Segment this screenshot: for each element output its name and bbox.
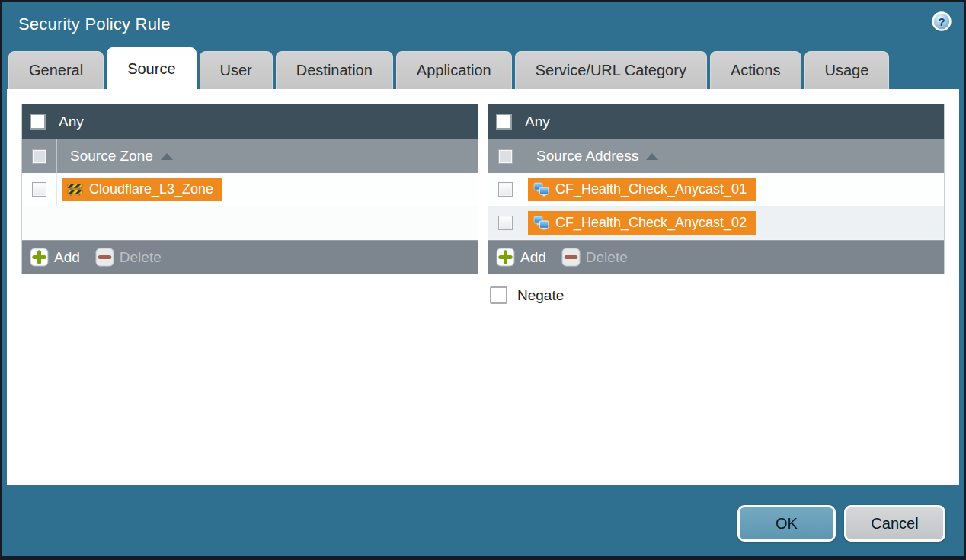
- source-zone-list: Cloudflare_L3_Zone: [22, 173, 478, 240]
- address-icon: [533, 215, 549, 231]
- address-chip-label: CF_Health_Check_Anycast_01: [555, 181, 747, 197]
- tab-general[interactable]: General: [8, 51, 104, 89]
- tab-application[interactable]: Application: [396, 51, 512, 89]
- source-address-any-checkbox[interactable]: [496, 114, 512, 130]
- zone-icon: [67, 181, 83, 197]
- source-zone-column-label: Source Zone: [70, 148, 153, 165]
- source-address-any-header: Any: [488, 104, 944, 139]
- tab-bar: General Source User Destination Applicat…: [2, 46, 964, 89]
- source-zone-any-checkbox[interactable]: [30, 114, 46, 130]
- security-policy-rule-dialog: Security Policy Rule ? General Source Us…: [0, 0, 966, 560]
- source-zone-toolbar: Add Delete: [22, 240, 478, 274]
- sort-ascending-icon: [646, 153, 658, 160]
- negate-checkbox[interactable]: [490, 286, 507, 304]
- add-label: Add: [520, 249, 546, 266]
- source-zone-column-header[interactable]: Source Zone: [22, 139, 478, 173]
- source-tab-content: Any Source Zone: [7, 89, 959, 485]
- address-icon: [533, 181, 549, 197]
- tab-user[interactable]: User: [200, 51, 273, 89]
- plus-icon: [30, 248, 49, 267]
- table-row: CF_Health_Check_Anycast_01: [488, 173, 944, 206]
- ok-button[interactable]: OK: [737, 505, 836, 542]
- cancel-button[interactable]: Cancel: [844, 505, 945, 542]
- source-address-select-all-checkbox[interactable]: [498, 149, 513, 164]
- source-zone-select-all-checkbox[interactable]: [32, 149, 46, 164]
- source-address-list: CF_Health_Check_Anycast_01: [488, 173, 944, 240]
- minus-icon: [561, 248, 581, 267]
- add-button[interactable]: Add: [496, 248, 546, 267]
- svg-text:?: ?: [938, 15, 945, 28]
- zone-chip-label: Cloudflare_L3_Zone: [89, 181, 213, 197]
- help-icon[interactable]: ?: [931, 11, 952, 32]
- table-row: CF_Health_Check_Anycast_02: [488, 206, 944, 240]
- delete-button[interactable]: Delete: [561, 248, 628, 267]
- minus-icon: [95, 248, 114, 267]
- tab-actions[interactable]: Actions: [710, 51, 801, 89]
- zone-chip[interactable]: Cloudflare_L3_Zone: [62, 178, 222, 201]
- dialog-title: Security Policy Rule: [18, 14, 171, 34]
- tab-destination[interactable]: Destination: [276, 51, 393, 89]
- source-address-column-header[interactable]: Source Address: [488, 139, 944, 173]
- titlebar: Security Policy Rule ?: [2, 2, 964, 46]
- sort-ascending-icon: [161, 153, 173, 160]
- address-chip-label: CF_Health_Check_Anycast_02: [555, 215, 747, 231]
- dialog-footer: OK Cancel: [737, 505, 945, 542]
- address-chip[interactable]: CF_Health_Check_Anycast_02: [528, 211, 756, 235]
- source-zone-panel: Any Source Zone: [21, 104, 478, 274]
- tab-service-url-category[interactable]: Service/URL Category: [515, 51, 707, 89]
- source-address-panel: Any Source Address: [488, 104, 945, 274]
- negate-label: Negate: [517, 287, 564, 304]
- delete-button[interactable]: Delete: [95, 248, 162, 267]
- table-row: Cloudflare_L3_Zone: [22, 173, 478, 206]
- source-address-column-label: Source Address: [536, 148, 638, 165]
- add-label: Add: [54, 249, 80, 266]
- negate-row: Negate: [490, 286, 959, 304]
- plus-icon: [496, 248, 515, 267]
- tab-source[interactable]: Source: [107, 47, 196, 89]
- add-button[interactable]: Add: [30, 248, 80, 267]
- source-zone-any-label: Any: [59, 114, 84, 130]
- source-zone-any-header: Any: [22, 104, 478, 139]
- delete-label: Delete: [586, 249, 628, 266]
- source-address-any-label: Any: [525, 114, 550, 130]
- row-checkbox[interactable]: [32, 182, 46, 197]
- row-checkbox[interactable]: [498, 182, 513, 197]
- source-address-toolbar: Add Delete: [488, 240, 944, 274]
- delete-label: Delete: [120, 249, 162, 266]
- row-checkbox[interactable]: [498, 216, 513, 230]
- tab-usage[interactable]: Usage: [804, 51, 890, 89]
- address-chip[interactable]: CF_Health_Check_Anycast_01: [528, 178, 756, 201]
